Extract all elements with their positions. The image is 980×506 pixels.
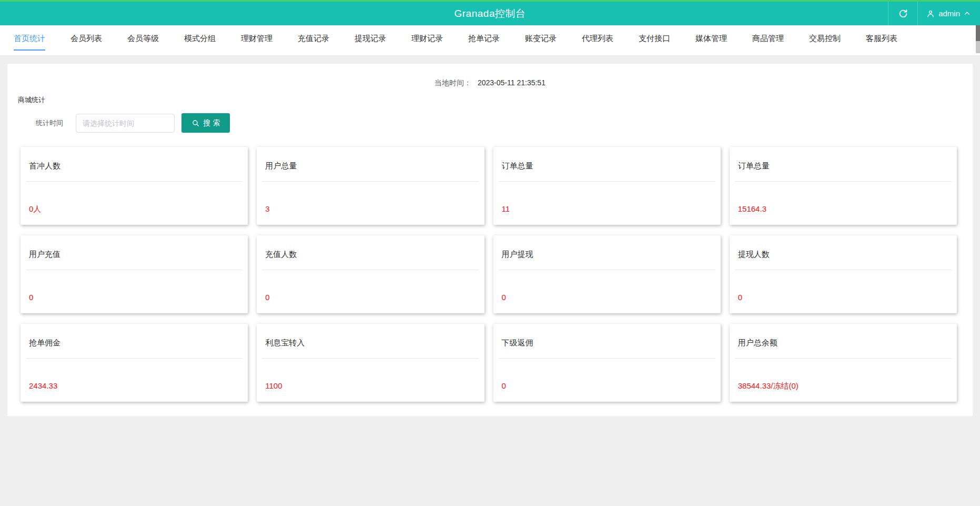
local-time-label: 当地时间： (435, 78, 471, 87)
nav-tab-account-change-records[interactable]: 账变记录 (512, 31, 569, 51)
stat-card-title: 首冲人数 (21, 147, 248, 171)
stat-card-user-total-balance: 用户总余额38544.33/冻结(0) (730, 324, 957, 402)
stat-card-title: 用户充值 (21, 235, 248, 260)
stat-card-title: 充值人数 (257, 235, 484, 260)
nav-tab-label: 理财管理 (241, 31, 272, 51)
user-menu[interactable]: admin (917, 2, 980, 25)
stat-card-value: 0 (257, 270, 484, 303)
chevron-up-icon (964, 10, 971, 17)
scrollbar-track (976, 41, 980, 53)
stat-card-value: 38544.33/冻结(0) (730, 359, 957, 391)
scrollbar-thumb[interactable] (976, 25, 980, 41)
stat-card-title: 提现人数 (730, 235, 957, 260)
nav-tab-label: 会员列表 (70, 31, 102, 51)
nav-tab-order-grab-records[interactable]: 抢单记录 (456, 31, 512, 51)
stat-card-title: 利息宝转入 (257, 324, 484, 348)
stat-card-title: 用户总量 (257, 147, 484, 171)
stat-card-value: 0 (730, 270, 957, 303)
nav-tab-label: 代理列表 (582, 31, 613, 51)
nav-tab-product-manage[interactable]: 商品管理 (740, 31, 796, 51)
nav-tab-label: 媒体管理 (695, 31, 727, 51)
section-title: 商城统计 (18, 95, 973, 105)
stat-card-subordinate-rebate: 下级返佣0 (493, 324, 721, 402)
stat-card-first-recharge-users: 首冲人数0人 (21, 147, 248, 225)
nav-tab-trade-control[interactable]: 交易控制 (796, 31, 853, 51)
nav-tab-agent-list[interactable]: 代理列表 (569, 31, 626, 51)
nav-tab-withdraw-records[interactable]: 提现记录 (342, 31, 399, 51)
stat-card-total-users: 用户总量3 (257, 147, 484, 225)
stat-card-title: 用户总余额 (730, 324, 957, 348)
local-time-row: 当地时间： 2023-05-11 21:35:51 (7, 64, 973, 88)
stat-card-value: 2434.33 (21, 359, 248, 391)
nav-tab-finance-manage[interactable]: 理财管理 (228, 31, 285, 51)
stat-card-value: 0人 (21, 182, 248, 214)
stats-grid: 首冲人数0人用户总量3订单总量11订单总量15164.3用户充值0充值人数0用户… (21, 147, 957, 402)
vertical-scrollbar[interactable] (976, 25, 980, 53)
nav-tab-mode-group[interactable]: 模式分组 (171, 31, 228, 51)
nav-tab-customer-service-list[interactable]: 客服列表 (853, 31, 910, 51)
nav-tab-label: 客服列表 (866, 31, 897, 51)
username: admin (938, 9, 960, 18)
stat-card-title: 抢单佣金 (21, 324, 248, 348)
refresh-button[interactable] (888, 2, 917, 25)
app-title: Granada控制台 (0, 7, 980, 21)
filter-label: 统计时间 (36, 118, 63, 128)
filter-row: 统计时间 搜 索 (36, 113, 973, 133)
stat-card-value: 15164.3 (730, 182, 957, 214)
nav-tab-member-level[interactable]: 会员等级 (115, 31, 171, 51)
header-actions: admin (888, 2, 980, 25)
local-time-value: 2023-05-11 21:35:51 (478, 78, 545, 87)
stat-card-title: 订单总量 (730, 147, 957, 171)
search-icon (191, 119, 200, 127)
nav-tab-label: 会员等级 (127, 31, 159, 51)
refresh-icon (898, 9, 908, 18)
stat-card-withdraw-users: 提现人数0 (730, 235, 957, 313)
nav-tab-label: 充值记录 (298, 31, 329, 51)
stat-card-title: 订单总量 (493, 147, 721, 171)
nav-tab-label: 提现记录 (355, 31, 386, 51)
stat-card-value: 1100 (257, 359, 484, 391)
stat-card-value: 0 (493, 359, 721, 391)
nav-tab-home-stats[interactable]: 首页统计 (1, 31, 58, 51)
stat-time-input[interactable] (76, 114, 175, 133)
nav-tab-label: 商品管理 (752, 31, 784, 51)
stat-card-total-order-amount: 订单总量15164.3 (730, 147, 957, 225)
nav-tab-member-list[interactable]: 会员列表 (58, 31, 115, 51)
nav-tab-media-manage[interactable]: 媒体管理 (683, 31, 740, 51)
nav-tab-finance-records[interactable]: 理财记录 (399, 31, 456, 51)
stat-card-value: 11 (493, 182, 721, 214)
nav-tab-payment-api[interactable]: 支付接口 (626, 31, 683, 51)
nav-tab-label: 理财记录 (411, 31, 443, 51)
app-header: Granada控制台 admin (0, 2, 980, 25)
stat-card-recharge-users: 充值人数0 (257, 235, 484, 313)
stat-card-title: 下级返佣 (493, 324, 721, 348)
content-panel: 当地时间： 2023-05-11 21:35:51 商城统计 统计时间 搜 索 … (7, 64, 973, 416)
stat-card-interest-transfer-in: 利息宝转入1100 (257, 324, 484, 402)
search-button-label: 搜 索 (204, 118, 220, 128)
nav-tab-label: 支付接口 (639, 31, 670, 51)
nav-tab-label: 模式分组 (184, 31, 216, 51)
user-icon (926, 9, 935, 18)
stat-card-user-recharge: 用户充值0 (21, 235, 248, 313)
stat-card-value: 0 (21, 270, 248, 303)
stat-card-user-withdraw: 用户提现0 (493, 235, 721, 313)
search-button[interactable]: 搜 索 (181, 113, 230, 133)
stat-card-value: 3 (257, 182, 484, 214)
nav-tab-label: 交易控制 (809, 31, 841, 51)
nav-tab-label: 抢单记录 (468, 31, 500, 51)
stat-card-title: 用户提现 (493, 235, 721, 260)
main-area: 当地时间： 2023-05-11 21:35:51 商城统计 统计时间 搜 索 … (0, 64, 980, 506)
nav-tab-label: 账变记录 (525, 31, 557, 51)
stat-card-total-orders: 订单总量11 (493, 147, 721, 225)
stat-card-grab-commission: 抢单佣金2434.33 (21, 324, 248, 402)
nav-tab-label: 首页统计 (14, 31, 45, 51)
nav-tabs: 首页统计会员列表会员等级模式分组理财管理充值记录提现记录理财记录抢单记录账变记录… (0, 25, 980, 56)
stat-card-value: 0 (493, 270, 721, 303)
nav-tab-recharge-records[interactable]: 充值记录 (285, 31, 342, 51)
